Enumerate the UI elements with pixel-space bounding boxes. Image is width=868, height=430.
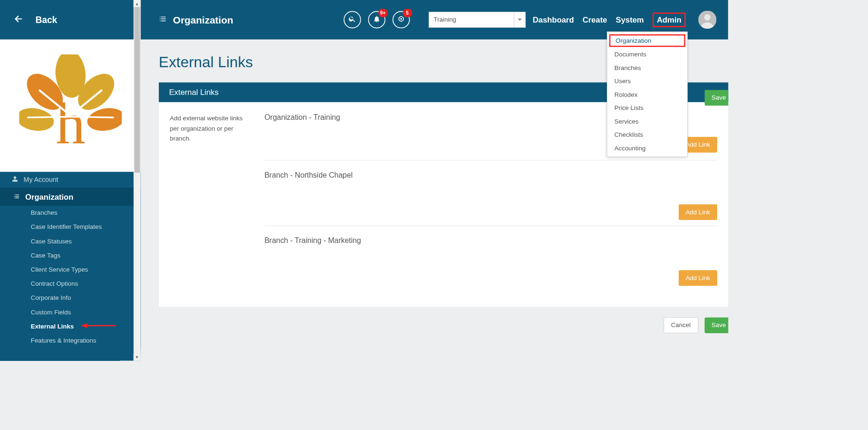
section-title: Branch - Northside Chapel [264, 171, 717, 179]
back-row[interactable]: Back [0, 0, 141, 39]
search-button[interactable] [343, 11, 361, 28]
svg-text:h: h [55, 91, 85, 156]
svg-point-9 [400, 18, 402, 20]
logo: h [0, 39, 141, 172]
sub-label: Features & Integrations [31, 337, 96, 344]
section-branch-marketing: Branch - Training - Marketing Add Link [264, 236, 717, 291]
annotation-arrow-icon [81, 322, 116, 330]
sub-label: Corporate Info [31, 295, 71, 302]
dropdown-price-lists[interactable]: Price Lists [607, 102, 687, 115]
sidebar-sub-client-service-types[interactable]: Client Service Types [0, 263, 141, 277]
topbar-title: Organization [173, 14, 233, 25]
sidebar: Back h My Accou [0, 0, 141, 361]
topbar-left: Organization [159, 14, 233, 25]
org-select-value: Training [434, 16, 456, 23]
help-text: Add external website links per organizat… [170, 113, 253, 291]
topnav-create[interactable]: Create [582, 15, 607, 24]
dropdown-accounting[interactable]: Accounting [607, 141, 687, 155]
sub-label: Case Tags [31, 252, 60, 259]
dropdown-documents[interactable]: Documents [607, 48, 687, 62]
sidebar-sub-external-links[interactable]: External Links [0, 320, 141, 334]
dropdown-rolodex[interactable]: Rolodex [607, 88, 687, 102]
sidebar-nav: My Account Organization Branches Case Id… [0, 172, 141, 348]
sidebar-item-label: My Account [23, 176, 58, 184]
alerts-badge: 5 [403, 8, 412, 17]
sidebar-sub-features-integrations[interactable]: Features & Integrations [0, 334, 141, 348]
dropdown-services[interactable]: Services [607, 115, 687, 128]
sidebar-sub-case-tags[interactable]: Case Tags [0, 249, 141, 263]
svg-marker-7 [81, 323, 87, 328]
chevron-down-icon [518, 18, 521, 21]
section-branch-northside: Branch - Northside Chapel Add Link [264, 171, 717, 226]
main-area: Organization 9+ [141, 0, 728, 361]
topnav-admin[interactable]: Admin [652, 12, 686, 27]
dropdown-users[interactable]: Users [607, 75, 687, 88]
topbar: Organization 9+ [141, 0, 728, 39]
admin-dropdown: Organization Documents Branches Users Ro… [607, 31, 688, 157]
sub-label: Client Service Types [31, 266, 88, 273]
sidebar-sub-corporate-info[interactable]: Corporate Info [0, 291, 141, 305]
back-arrow-icon [14, 14, 24, 25]
dropdown-branches[interactable]: Branches [607, 61, 687, 75]
org-select[interactable]: Training [428, 12, 525, 28]
footer-actions: Cancel Save [159, 317, 728, 333]
topbar-right: Dashboard Create System Admin [533, 11, 716, 29]
sidebar-sub-case-statuses[interactable]: Case Statuses [0, 234, 141, 248]
add-link-button[interactable]: Add Link [679, 270, 717, 286]
sub-label: Contract Options [31, 281, 78, 288]
sidebar-item-my-account[interactable]: My Account [0, 172, 141, 188]
sidebar-sub-branches[interactable]: Branches [0, 206, 141, 220]
scroll-down-icon[interactable]: ▾ [133, 354, 140, 361]
sub-label: Case Identifier Templates [31, 224, 101, 231]
scrollbar-thumb[interactable] [134, 7, 140, 172]
topnav-dashboard[interactable]: Dashboard [533, 15, 574, 24]
back-label: Back [36, 15, 57, 25]
sidebar-item-organization[interactable]: Organization [0, 188, 141, 206]
list-icon [159, 15, 167, 24]
dropdown-checklists[interactable]: Checklists [607, 128, 687, 142]
add-link-button[interactable]: Add Link [679, 204, 717, 220]
sub-label: Branches [31, 210, 57, 217]
save-button-bottom[interactable]: Save [705, 317, 728, 333]
avatar[interactable] [698, 11, 717, 29]
dropdown-organization[interactable]: Organization [609, 34, 685, 47]
topbar-center: 9+ 5 Training [343, 11, 526, 28]
sidebar-item-label: Organization [25, 192, 74, 201]
sidebar-sub-contract-options[interactable]: Contract Options [0, 277, 141, 291]
svg-point-11 [704, 14, 710, 20]
alerts-button[interactable]: 5 [392, 11, 410, 28]
topnav-system[interactable]: System [616, 15, 644, 24]
sidebar-sub-custom-fields[interactable]: Custom Fields [0, 305, 141, 319]
sub-label: Custom Fields [31, 309, 71, 316]
search-icon [348, 15, 356, 24]
sub-label: External Links [31, 323, 74, 330]
sidebar-scrollbar[interactable]: ▴ ▾ [133, 0, 140, 361]
sidebar-sub-case-identifier-templates[interactable]: Case Identifier Templates [0, 220, 141, 234]
notifications-button[interactable]: 9+ [368, 11, 385, 28]
scroll-up-icon[interactable]: ▴ [133, 0, 140, 7]
sidebar-subnav: Branches Case Identifier Templates Case … [0, 206, 141, 348]
notifications-badge: 9+ [378, 8, 388, 17]
section-title: Branch - Training - Marketing [264, 236, 717, 245]
cancel-button[interactable]: Cancel [664, 317, 698, 333]
list-icon [14, 192, 20, 201]
sub-label: Case Statuses [31, 238, 71, 245]
user-icon [12, 176, 18, 184]
